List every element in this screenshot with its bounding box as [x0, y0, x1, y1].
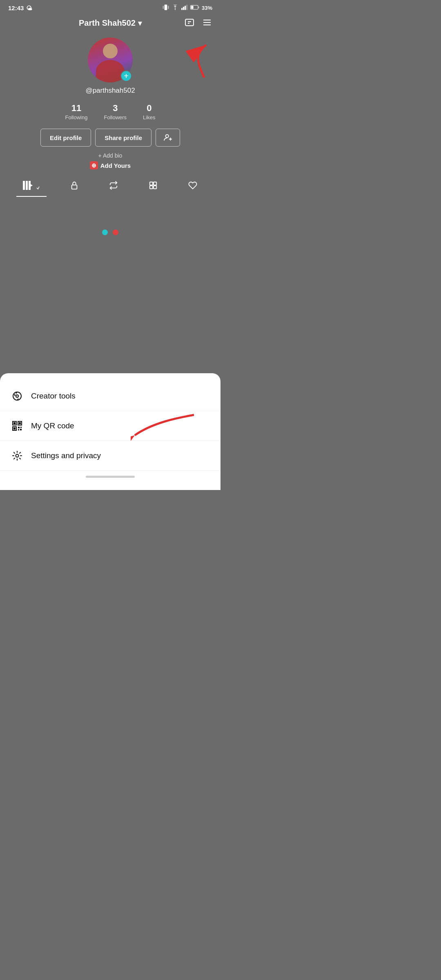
svg-rect-7	[186, 5, 187, 10]
followers-count: 3	[113, 103, 118, 114]
settings-icon	[11, 450, 23, 461]
avatar-add-button[interactable]: +	[120, 70, 132, 82]
profile-area: Parth Shah502 ▾	[0, 14, 220, 197]
red-arrow-bottom-indicator	[131, 413, 196, 447]
svg-rect-22	[26, 181, 28, 190]
svg-rect-43	[18, 429, 19, 430]
action-buttons: Edit profile Share profile	[8, 123, 212, 151]
svg-rect-41	[18, 427, 20, 428]
following-stat[interactable]: 11 Following	[65, 103, 88, 120]
tab-videos[interactable]	[16, 178, 47, 196]
svg-rect-4	[181, 8, 183, 10]
tab-private[interactable]	[63, 178, 85, 196]
svg-point-30	[13, 392, 21, 400]
settings-label: Settings and privacy	[31, 451, 101, 460]
add-yours-icon: ⊕	[90, 161, 98, 169]
top-bar-icons	[184, 17, 212, 30]
svg-rect-9	[191, 6, 194, 9]
svg-rect-28	[149, 186, 152, 189]
bottom-sheet: Creator tools My QR code	[0, 373, 220, 490]
vibrate-icon	[163, 4, 169, 12]
svg-point-18	[166, 135, 169, 138]
user-handle: @parthshah502	[85, 87, 135, 95]
svg-rect-42	[20, 427, 22, 428]
svg-rect-23	[29, 181, 31, 190]
top-bar: Parth Shah502 ▾	[8, 14, 212, 33]
svg-rect-0	[165, 4, 167, 10]
svg-rect-21	[23, 181, 25, 190]
likes-stat[interactable]: 0 Likes	[143, 103, 155, 120]
username-label: Parth Shah502	[79, 18, 136, 28]
share-profile-button[interactable]: Share profile	[95, 129, 151, 147]
svg-point-31	[16, 395, 18, 397]
loading-dot-red	[113, 229, 118, 235]
dropdown-chevron[interactable]: ▾	[138, 19, 142, 28]
tab-reposts[interactable]	[102, 178, 125, 196]
stats-row: 11 Following 3 Followers 0 Likes	[8, 98, 212, 123]
tabs-row	[8, 173, 212, 197]
following-count: 11	[71, 103, 81, 114]
tab-liked[interactable]	[181, 178, 204, 196]
battery-percent: 33%	[202, 5, 212, 11]
svg-rect-10	[198, 7, 199, 8]
svg-rect-2	[168, 6, 169, 9]
add-yours-row[interactable]: ⊕ Add Yours	[8, 161, 212, 169]
qr-code-label: My QR code	[31, 421, 74, 430]
svg-point-45	[16, 454, 19, 457]
battery-icon	[190, 5, 199, 11]
svg-rect-44	[20, 429, 22, 430]
svg-rect-40	[13, 428, 16, 430]
following-label: Following	[65, 114, 88, 120]
svg-rect-26	[149, 182, 152, 185]
svg-marker-24	[31, 184, 33, 187]
svg-rect-27	[154, 182, 156, 185]
followers-stat[interactable]: 3 Followers	[104, 103, 127, 120]
svg-rect-25	[71, 185, 77, 189]
status-bar: 12:43 🌤	[0, 0, 220, 14]
svg-rect-6	[185, 6, 186, 10]
svg-rect-36	[13, 422, 16, 424]
notification-icon: 🌤	[26, 5, 32, 11]
avatar-wrapper: +	[88, 38, 133, 82]
svg-rect-29	[154, 186, 156, 189]
red-arrow-top-indicator	[180, 43, 212, 81]
creator-tools-item[interactable]: Creator tools	[0, 381, 220, 411]
loading-dot-teal	[102, 229, 108, 235]
creator-tools-label: Creator tools	[31, 392, 76, 401]
status-right: 33%	[163, 4, 212, 12]
creator-tools-icon	[11, 390, 23, 402]
svg-marker-34	[14, 394, 16, 396]
wifi-icon	[172, 4, 179, 11]
svg-point-3	[175, 9, 176, 10]
menu-icon[interactable]	[202, 17, 212, 29]
add-yours-label: Add Yours	[100, 162, 131, 169]
home-indicator	[0, 476, 220, 478]
qr-code-icon	[11, 420, 23, 432]
bio-section: + Add bio ⊕ Add Yours	[8, 151, 212, 173]
status-left: 12:43 🌤	[8, 4, 32, 11]
likes-label: Likes	[143, 114, 155, 120]
content-area	[0, 197, 220, 323]
profile-title: Parth Shah502 ▾	[79, 18, 142, 28]
time: 12:43	[8, 4, 24, 11]
svg-rect-38	[19, 422, 21, 424]
likes-count: 0	[147, 103, 151, 114]
svg-rect-1	[163, 6, 164, 9]
add-follow-button[interactable]	[156, 129, 180, 147]
svg-rect-5	[183, 7, 184, 10]
tab-tagged[interactable]	[142, 178, 165, 196]
signal-icon	[181, 4, 188, 11]
home-bar	[86, 476, 135, 478]
add-bio-text[interactable]: + Add bio	[8, 152, 212, 159]
svg-rect-11	[185, 19, 194, 26]
edit-profile-button[interactable]: Edit profile	[40, 129, 91, 147]
followers-label: Followers	[104, 114, 127, 120]
qa-icon[interactable]	[184, 17, 195, 30]
